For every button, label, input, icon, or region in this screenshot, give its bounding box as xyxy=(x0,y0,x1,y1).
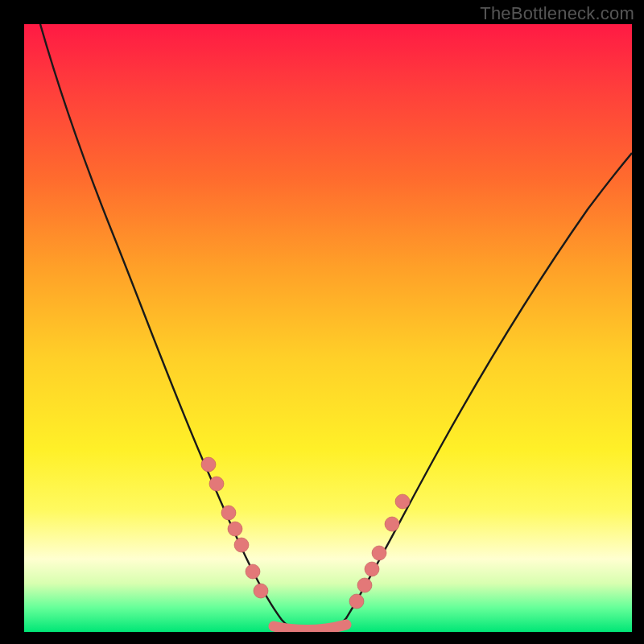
bottleneck-curve xyxy=(40,24,632,632)
marker-dot xyxy=(209,477,224,491)
marker-dot xyxy=(254,584,268,598)
marker-dot xyxy=(357,578,372,592)
marker-dot xyxy=(246,564,260,579)
marker-dot xyxy=(228,522,242,536)
marker-dot xyxy=(201,457,216,472)
curve-svg xyxy=(24,24,632,632)
bottom-band xyxy=(274,625,346,630)
marker-dot xyxy=(365,562,379,576)
marker-dot xyxy=(385,517,399,531)
marker-dot xyxy=(221,506,236,520)
chart-area xyxy=(24,24,632,632)
marker-dot xyxy=(234,538,249,552)
marker-dot xyxy=(395,494,410,509)
marker-dot xyxy=(349,594,364,609)
watermark-text: TheBottleneck.com xyxy=(480,3,634,24)
marker-dot xyxy=(372,546,386,560)
